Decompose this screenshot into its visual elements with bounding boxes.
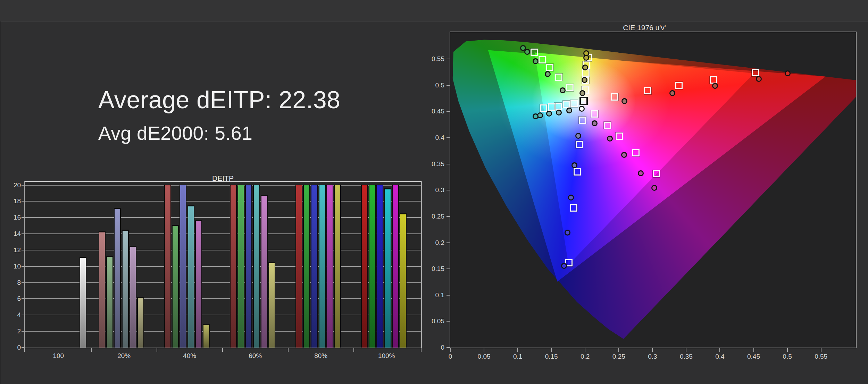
deitp-y-tick-label: 20 xyxy=(3,182,21,188)
deitp-bar-blue-80% xyxy=(311,185,318,348)
cie-target-square-cyan xyxy=(554,103,562,110)
deitp-x-tick-label: 20% xyxy=(103,352,145,359)
deitp-y-tick-label: 0 xyxy=(3,344,21,351)
cie-target-square-magenta xyxy=(632,149,640,156)
deitp-bar-cyan-100% xyxy=(384,188,391,348)
cie-measured-point-red xyxy=(621,98,627,104)
deitp-bar-cyan-40% xyxy=(187,205,194,348)
deitp-y-tick-mark xyxy=(22,347,25,348)
deitp-y-tick-mark xyxy=(22,250,25,250)
cie-x-tick-label: 0 xyxy=(436,353,464,360)
cie-y-tick-mark xyxy=(446,268,450,269)
deitp-x-tick-label: 60% xyxy=(234,352,276,359)
cie-measured-point-blue xyxy=(561,263,567,269)
cie-measured-point-red xyxy=(756,76,762,82)
deitp-x-tick-mark xyxy=(353,348,354,352)
cie-y-tick-label: 0.45 xyxy=(419,108,444,114)
cie-target-square-red xyxy=(644,87,651,94)
deitp-bar-magenta-40% xyxy=(195,220,202,348)
deitp-y-tick-mark xyxy=(22,233,25,234)
cie-y-tick-label: 0.2 xyxy=(419,239,444,246)
deitp-bar-red-60% xyxy=(230,185,237,348)
cie-x-tick-label: 0.35 xyxy=(672,353,700,360)
deitp-bar-blue-40% xyxy=(180,185,186,348)
deitp-bar-cyan-20% xyxy=(122,230,129,348)
deitp-y-tick-mark xyxy=(22,266,25,267)
cie-x-tick-mark xyxy=(787,348,788,352)
deitp-x-tick-mark xyxy=(288,348,289,352)
deitp-bar-red-40% xyxy=(164,185,171,348)
deitp-y-tick-label: 2 xyxy=(3,328,21,334)
cie-y-tick-label: 0.05 xyxy=(419,318,444,324)
cie-target-square-red xyxy=(710,76,717,84)
cie-measured-point-cyan xyxy=(533,113,539,119)
cie-measured-point-magenta xyxy=(592,120,598,126)
deitp-x-tick-label: 80% xyxy=(300,352,342,359)
deitp-bar-green-60% xyxy=(237,185,244,348)
cie-y-tick-mark xyxy=(446,216,450,217)
deitp-bar-yellow-40% xyxy=(203,324,210,348)
deitp-bar-cyan-60% xyxy=(253,185,260,348)
cie-x-tick-mark xyxy=(686,348,686,352)
cie-target-square-green xyxy=(531,49,538,56)
cie-target-square-green xyxy=(539,56,546,63)
deitp-y-tick-mark xyxy=(22,201,25,202)
cie-measured-point-blue xyxy=(575,133,581,139)
deitp-bar-white-100 xyxy=(80,257,86,348)
left-edge-shade xyxy=(0,22,1,384)
cie-target-square-red xyxy=(675,82,683,89)
cie-y-tick-label: 0.3 xyxy=(419,187,444,193)
cie-x-tick-mark xyxy=(652,348,653,352)
cie-y-tick-label: 0.55 xyxy=(419,56,444,62)
cie-target-square-magenta xyxy=(653,170,660,177)
cie-x-tick-label: 0.3 xyxy=(639,353,666,360)
deitp-bar-magenta-60% xyxy=(261,195,268,348)
deitp-x-axis-line xyxy=(24,348,422,348)
cie-measured-point-magenta xyxy=(621,152,627,158)
cie-measured-point-red xyxy=(712,83,718,89)
deitp-bar-yellow-100% xyxy=(400,213,407,348)
cie-target-square-red xyxy=(752,69,759,76)
cie-measured-point-magenta xyxy=(651,185,657,191)
deitp-y-tick-mark xyxy=(22,298,25,299)
cie-target-square-magenta xyxy=(604,122,611,129)
deitp-y-tick-mark xyxy=(22,315,25,315)
deitp-y-tick-label: 8 xyxy=(3,279,21,286)
deitp-bar-red-100% xyxy=(361,185,368,348)
cie-x-tick-mark xyxy=(450,348,451,352)
cie-target-square-yellow xyxy=(582,69,590,77)
cie-y-tick-label: 0.35 xyxy=(419,161,444,167)
deitp-bar-green-40% xyxy=(172,225,179,348)
deitp-y-tick-mark xyxy=(22,217,25,218)
cie-y-tick-mark xyxy=(446,111,450,112)
cie-x-tick-label: 0.25 xyxy=(605,353,633,360)
deitp-bar-blue-20% xyxy=(114,208,121,348)
deitp-y-tick-label: 18 xyxy=(3,198,21,204)
cie-measured-point-yellow xyxy=(582,77,587,83)
cie-x-tick-mark xyxy=(585,348,585,352)
cie-measured-point-red xyxy=(785,70,791,76)
cie-x-tick-label: 0.45 xyxy=(740,353,768,360)
cie-x-tick-mark xyxy=(517,348,518,352)
cie-x-tick-label: 0.05 xyxy=(470,353,498,360)
deitp-x-tick-mark xyxy=(222,348,223,352)
cie-x-tick-label: 0.15 xyxy=(537,353,565,360)
deitp-x-tick-label: 40% xyxy=(169,352,210,359)
deitp-bar-green-100% xyxy=(369,185,376,348)
deitp-y-tick-label: 16 xyxy=(3,214,21,221)
deitp-bar-blue-100% xyxy=(376,185,383,348)
cie-y-tick-mark xyxy=(446,347,450,348)
cie-y-tick-label: 0.5 xyxy=(419,82,444,88)
average-de2000-text: Avg dE2000: 5.61 xyxy=(98,122,252,144)
cie-target-square-cyan xyxy=(540,104,547,112)
deitp-y-tick-mark xyxy=(22,185,25,186)
deitp-bar-yellow-60% xyxy=(268,262,275,348)
cie-measured-point-cyan xyxy=(566,108,572,113)
cie-measured-point-green xyxy=(520,45,526,51)
average-deitp-text: Average dEITP: 22.38 xyxy=(98,86,341,114)
deitp-bar-yellow-20% xyxy=(137,297,144,348)
cie-y-tick-mark xyxy=(446,242,450,243)
cie-target-square-green xyxy=(546,64,553,71)
cie-x-tick-mark xyxy=(484,348,484,352)
cie-target-square-blue xyxy=(570,204,577,212)
